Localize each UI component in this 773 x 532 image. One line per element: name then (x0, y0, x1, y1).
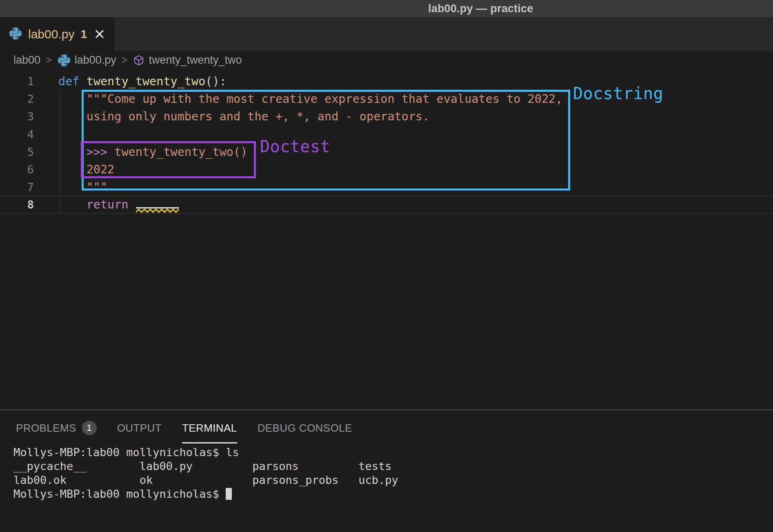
window-title: lab00.py — practice (428, 2, 533, 15)
panel-tab-terminal[interactable]: TERMINAL (182, 422, 237, 437)
error-squiggle (136, 207, 179, 213)
vscode-window: lab00.py — practice lab00.py 1 lab00>lab… (0, 0, 773, 532)
breadcrumb-separator: > (122, 54, 128, 66)
code-line-8[interactable]: 8 return (0, 196, 773, 213)
bottom-panel: PROBLEMS1OUTPUTTERMINALDEBUG CONSOLE Mol… (0, 409, 773, 532)
line-number: 5 (0, 146, 34, 158)
panel-tab-label: OUTPUT (117, 422, 162, 434)
editor-tab-bar: lab00.py 1 (0, 17, 773, 51)
code-line-7[interactable]: 7 """ (0, 178, 773, 196)
panel-tab-label: DEBUG CONSOLE (258, 422, 352, 434)
python-icon (9, 27, 22, 42)
breadcrumb-label: lab00.py (75, 54, 116, 66)
indent-guide (59, 90, 60, 213)
close-icon[interactable] (93, 28, 106, 40)
docstring-annotation-label: Docstring (573, 84, 663, 103)
code-text: return (34, 198, 135, 211)
terminal-line: Mollys-MBP:lab00 mollynicholas$ ls (13, 446, 398, 459)
panel-tab-output[interactable]: OUTPUT (117, 422, 162, 437)
breadcrumb-item-lab00.py[interactable]: lab00.py (57, 53, 116, 67)
title-bar: lab00.py — practice (0, 0, 773, 17)
doctest-annotation-label: Doctest (260, 137, 330, 156)
cube-icon (133, 54, 145, 66)
code-line-6[interactable]: 6 2022 (0, 161, 773, 178)
python-icon (57, 53, 71, 67)
breadcrumb-label: lab00 (13, 54, 40, 66)
line-number: 1 (0, 75, 34, 88)
breadcrumb-item-lab00[interactable]: lab00 (13, 54, 40, 66)
code-line-3[interactable]: 3 using only numbers and the +, *, and -… (0, 108, 773, 125)
terminal-line: __pycache__ lab00.py parsons tests (13, 459, 398, 473)
breadcrumb: lab00>lab00.py>twenty_twenty_two (0, 51, 773, 69)
panel-tab-problems[interactable]: PROBLEMS1 (16, 421, 97, 438)
code-text: def twenty_twenty_two(): (34, 75, 227, 88)
line-number: 3 (0, 110, 34, 123)
panel-tab-label: TERMINAL (182, 422, 237, 434)
code-text: using only numbers and the +, *, and - o… (34, 110, 429, 123)
code-text: >>> twenty_twenty_two() (34, 145, 247, 159)
code-text: 2022 (34, 163, 114, 176)
code-text: """ (34, 180, 107, 194)
line-number: 7 (0, 181, 34, 193)
code-line-4[interactable]: 4 (0, 126, 773, 143)
line-number: 8 (0, 198, 34, 211)
terminal-cursor (226, 488, 232, 500)
line-number: 4 (0, 128, 34, 141)
line-number: 2 (0, 93, 34, 105)
panel-tab-bar: PROBLEMS1OUTPUTTERMINALDEBUG CONSOLE (0, 410, 773, 440)
panel-tab-label: PROBLEMS (16, 422, 76, 434)
code-editor[interactable]: 1def twenty_twenty_two():2 """Come up wi… (0, 69, 773, 409)
breadcrumb-item-twenty_twenty_two[interactable]: twenty_twenty_two (133, 54, 242, 66)
breadcrumb-label: twenty_twenty_two (149, 54, 242, 66)
tab-lab00py[interactable]: lab00.py 1 (0, 17, 115, 51)
problems-count-badge: 1 (82, 421, 97, 435)
line-number: 6 (0, 163, 34, 176)
tab-dirty-count: 1 (80, 28, 87, 41)
breadcrumb-separator: > (46, 54, 52, 66)
panel-tab-debug-console[interactable]: DEBUG CONSOLE (258, 422, 352, 437)
code-text: """Come up with the most creative expres… (34, 92, 562, 106)
terminal-line: lab00.ok ok parsons_probs ucb.py (13, 473, 398, 487)
terminal-line: Mollys-MBP:lab00 mollynicholas$ (13, 487, 398, 501)
code-line-5[interactable]: 5 >>> twenty_twenty_two() (0, 143, 773, 161)
tab-filename: lab00.py (28, 27, 74, 41)
terminal[interactable]: Mollys-MBP:lab00 mollynicholas$ ls__pyca… (13, 446, 398, 501)
